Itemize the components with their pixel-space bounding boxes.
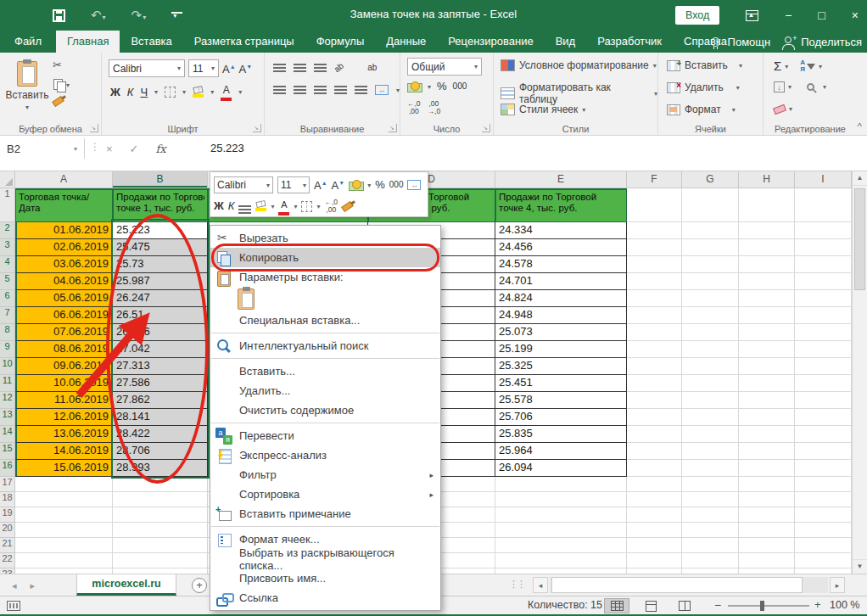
grid-cell[interactable] — [682, 222, 739, 239]
grid-cell[interactable] — [682, 507, 739, 523]
namebox-splitter[interactable]: ⋮ — [90, 141, 100, 153]
grid-cell[interactable] — [627, 507, 682, 523]
ribbon-tab-рецензирование[interactable]: Рецензирование — [437, 31, 544, 53]
column-header-h[interactable]: H — [739, 171, 795, 188]
grid-cell[interactable] — [113, 507, 208, 523]
ribbon-tab-файл[interactable]: Файл — [0, 31, 56, 53]
grid-cell[interactable] — [15, 477, 113, 492]
mini-percent-button[interactable]: % — [375, 178, 385, 192]
conditional-formatting-button[interactable]: Условное форматирование — [519, 59, 649, 71]
grid-cell[interactable] — [627, 290, 682, 307]
grid-cell[interactable] — [682, 523, 739, 538]
value-cell-e3[interactable]: 24.456 — [495, 239, 627, 256]
autosum-button[interactable]: Σ — [774, 59, 781, 73]
grid-cell[interactable] — [682, 324, 739, 341]
value-cell-e9[interactable]: 25.199 — [495, 341, 627, 358]
grid-cell[interactable] — [627, 523, 682, 538]
grid-cell[interactable] — [627, 443, 682, 460]
align-bottom-icon[interactable] — [314, 64, 327, 65]
grid-cell[interactable] — [682, 538, 739, 553]
grid-cell[interactable] — [739, 358, 795, 375]
value-cell-e10[interactable]: 25.325 — [495, 358, 627, 375]
decrease-decimal-icon[interactable]: ,00→,0 — [428, 100, 441, 115]
grid-cell[interactable] — [739, 273, 795, 290]
grid-cell[interactable] — [739, 538, 795, 553]
grid-cell[interactable] — [739, 188, 795, 222]
grid-cell[interactable] — [739, 507, 795, 523]
grid-cell[interactable] — [113, 523, 208, 538]
grid-cell[interactable] — [627, 324, 682, 341]
grid-cell[interactable] — [15, 507, 113, 523]
grid-cell[interactable] — [795, 460, 852, 477]
number-dialog-launcher[interactable] — [482, 124, 490, 132]
column-header-e[interactable]: E — [495, 171, 627, 188]
grid-cell[interactable] — [739, 477, 795, 492]
value-cell-b13[interactable]: 28.141 — [113, 409, 208, 426]
grid-cell[interactable] — [739, 239, 795, 256]
date-cell-a11[interactable]: 10.06.2019 — [15, 375, 113, 392]
ribbon-tab-главная[interactable]: Главная — [56, 31, 120, 53]
collapse-ribbon-icon[interactable]: ^ — [858, 121, 862, 132]
minimize-button[interactable]: − — [785, 7, 791, 24]
font-name-select[interactable]: Calibri▾ — [109, 59, 185, 77]
merge-center-icon[interactable]: ↔ — [375, 85, 389, 95]
grid-cell[interactable] — [627, 375, 682, 392]
value-cell-b2[interactable]: 25.223 — [113, 222, 208, 239]
row-header-21[interactable]: 21 — [0, 538, 15, 553]
context-menu-item[interactable]: Специальная вставка... — [210, 311, 440, 330]
cancel-entry-icon[interactable]: × — [106, 143, 113, 155]
row-header-2[interactable]: 2 — [0, 222, 15, 239]
context-menu-item[interactable]: Фильтр▸ — [210, 465, 440, 484]
zoom-slider-track[interactable] — [728, 605, 809, 607]
date-cell-a7[interactable]: 06.06.2019 — [15, 307, 113, 324]
grid-cell[interactable] — [682, 239, 739, 256]
next-sheet-icon[interactable]: ▸ — [31, 580, 36, 591]
grid-cell[interactable] — [739, 443, 795, 460]
grid-cell[interactable] — [795, 523, 852, 538]
grid-cell[interactable] — [682, 443, 739, 460]
grid-cell[interactable] — [627, 460, 682, 477]
grid-cell[interactable] — [739, 290, 795, 307]
value-cell-e13[interactable]: 25.706 — [495, 409, 627, 426]
grid-cell[interactable] — [739, 460, 795, 477]
bold-button[interactable]: Ж — [110, 86, 120, 99]
grid-cell[interactable] — [113, 538, 208, 553]
context-menu-item[interactable]: Вставить... — [210, 361, 440, 381]
grid-cell[interactable] — [682, 358, 739, 375]
value-cell-e6[interactable]: 24.824 — [495, 290, 627, 307]
grid-cell[interactable] — [682, 290, 739, 307]
mini-grow-font-button[interactable]: А▲ — [314, 176, 327, 193]
grid-cell[interactable] — [795, 507, 852, 523]
fill-down-icon[interactable]: ↓ — [774, 81, 785, 92]
grid-cell[interactable] — [627, 409, 682, 426]
italic-button[interactable]: К — [127, 86, 134, 99]
mini-comma-button[interactable]: 000 — [389, 178, 404, 192]
grid-cell[interactable] — [795, 239, 852, 256]
insert-function-icon[interactable]: fx — [156, 143, 166, 155]
grid-cell[interactable] — [682, 307, 739, 324]
row-header-16[interactable]: 16 — [0, 460, 15, 477]
tab-splitter-handle[interactable]: ⋮⋮ — [509, 579, 524, 590]
copy-button[interactable]: ▾ — [53, 78, 70, 92]
increase-indent-icon[interactable] — [355, 86, 367, 87]
confirm-entry-icon[interactable]: ✓ — [130, 143, 139, 155]
row-header-18[interactable]: 18 — [0, 492, 15, 507]
grid-cell[interactable] — [627, 256, 682, 273]
wrap-text-icon[interactable]: ab — [367, 61, 377, 75]
value-cell-b14[interactable]: 28.422 — [113, 426, 208, 443]
row-header-15[interactable]: 15 — [0, 443, 15, 460]
value-cell-e7[interactable]: 24.948 — [495, 307, 627, 324]
grid-cell[interactable] — [627, 553, 682, 568]
sign-in-button[interactable]: Вход — [675, 6, 719, 25]
align-right-icon[interactable] — [314, 86, 327, 87]
grid-cell[interactable] — [682, 492, 739, 507]
grid-cell[interactable] — [682, 477, 739, 492]
context-menu-item[interactable]: Копировать — [210, 248, 440, 267]
context-menu-item[interactable]: Выбрать из раскрывающегося списка... — [210, 549, 440, 568]
value-cell-e11[interactable]: 25.451 — [495, 375, 627, 392]
grid-cell[interactable] — [739, 307, 795, 324]
zoom-level[interactable]: 100 % — [830, 596, 859, 614]
date-cell-a8[interactable]: 07.06.2019 — [15, 324, 113, 341]
date-cell-a14[interactable]: 13.06.2019 — [15, 426, 113, 443]
format-painter-icon[interactable] — [52, 96, 64, 107]
